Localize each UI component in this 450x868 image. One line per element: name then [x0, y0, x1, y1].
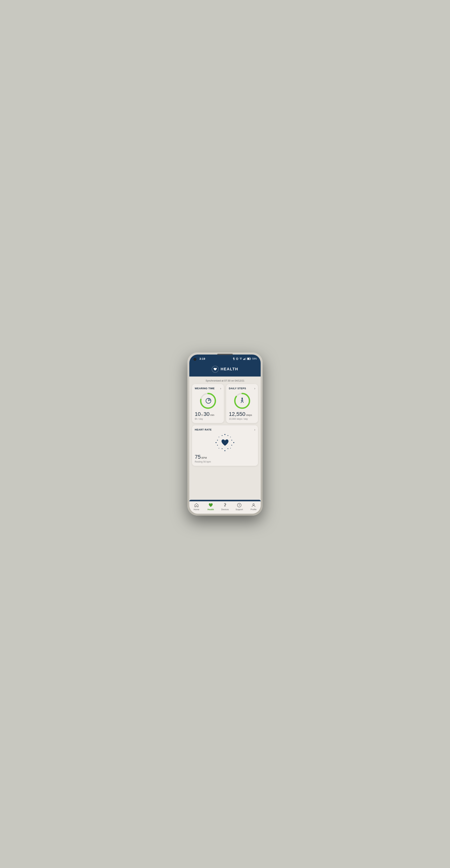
heart-rate-title: HEART RATE — [195, 428, 212, 431]
hearing-aid-icon — [223, 503, 227, 507]
svg-text:?: ? — [238, 504, 240, 507]
wearing-time-icon — [204, 397, 212, 405]
daily-steps-sub: 10,000 steps / day — [229, 417, 255, 420]
daily-steps-unit: steps — [246, 413, 252, 416]
daily-steps-card[interactable]: DAILY STEPS › — [226, 384, 258, 423]
dot-right-down — [231, 445, 232, 445]
dot-top — [224, 434, 225, 435]
wearing-time-minutes: 30 — [203, 411, 210, 417]
home-icon — [194, 503, 199, 507]
nav-label-home: Home — [194, 508, 199, 510]
dot-diag-br — [230, 448, 231, 448]
svg-rect-7 — [246, 358, 246, 360]
dot-top-right — [227, 435, 228, 436]
svg-rect-9 — [251, 359, 251, 359]
nav-label-support: Support — [235, 508, 243, 510]
dot-bottom — [224, 450, 225, 451]
wearing-time-hours: 10 — [195, 411, 201, 417]
heart-rate-metric: 75 BPM — [195, 454, 255, 460]
heart-rate-header: HEART RATE › — [195, 428, 255, 432]
dot-diag-tr — [230, 437, 231, 437]
dot-right — [233, 442, 234, 443]
bottom-nav: Home Health Devices — [189, 501, 261, 514]
health-heart-icon — [208, 503, 213, 507]
daily-steps-title: DAILY STEPS — [229, 387, 246, 390]
svg-line-23 — [241, 402, 242, 403]
svg-point-30 — [253, 504, 254, 505]
app-header: HEALTH — [189, 363, 261, 376]
svg-rect-6 — [245, 358, 246, 360]
wearing-time-circle-container — [195, 392, 221, 409]
heart-rate-visual — [195, 433, 255, 453]
svg-rect-0 — [236, 358, 238, 360]
nav-label-health: Health — [207, 508, 214, 510]
svg-rect-4 — [243, 359, 244, 360]
svg-rect-2 — [238, 358, 238, 359]
bottom-nav-wrapper: Home Health Devices — [189, 500, 261, 514]
stopwatch-icon — [204, 397, 212, 404]
heart-icon — [214, 368, 217, 371]
wearing-time-metric: 10 h 30 min — [195, 411, 221, 417]
vibrate-icon — [236, 358, 238, 360]
nav-label-profile: Profile — [251, 508, 256, 510]
bluetooth-icon — [233, 358, 235, 360]
wearing-time-title: WEARING TIME — [195, 387, 215, 390]
header-title: HEALTH — [221, 367, 238, 371]
cards-grid: WEARING TIME › — [189, 384, 261, 468]
heart-center-icon — [221, 439, 229, 447]
svg-rect-1 — [236, 358, 236, 359]
daily-steps-circle-container — [229, 392, 255, 409]
nav-item-profile[interactable]: Profile — [247, 503, 261, 510]
dot-right-up — [231, 440, 232, 440]
dot-top-left — [222, 435, 223, 436]
heart-rate-unit: BPM — [201, 456, 207, 459]
svg-point-26 — [224, 505, 225, 506]
battery-icon — [247, 358, 251, 360]
status-bar: 3:19 — [189, 354, 261, 363]
nav-item-support[interactable]: ? Support — [232, 503, 247, 510]
camera-hole — [194, 358, 196, 361]
heart-rate-chevron: › — [254, 428, 255, 432]
wearing-time-circle — [199, 392, 217, 409]
signal-icon — [243, 358, 246, 360]
wifi-icon — [239, 358, 242, 360]
phone-screen: 3:19 — [189, 354, 261, 514]
dot-left — [216, 442, 217, 443]
wearing-time-sub: 8h / day — [195, 417, 221, 420]
header-heart-badge — [212, 366, 219, 373]
svg-line-25 — [243, 402, 243, 403]
status-time: 3:19 — [199, 357, 205, 360]
heart-dots-container — [215, 432, 235, 454]
notch — [217, 354, 233, 355]
profile-icon — [251, 503, 256, 507]
svg-rect-5 — [244, 359, 245, 360]
svg-marker-3 — [240, 359, 242, 360]
nav-item-devices[interactable]: Devices — [218, 503, 232, 510]
nav-label-devices: Devices — [221, 508, 229, 510]
dot-diag-bl — [219, 448, 219, 448]
dot-diag-tl — [219, 437, 219, 437]
wearing-time-chevron: › — [220, 387, 221, 390]
daily-steps-icon — [239, 397, 245, 404]
wearing-time-min-unit: min — [210, 413, 214, 416]
heart-fill-icon — [221, 439, 229, 446]
support-icon: ? — [237, 503, 242, 507]
heart-rate-sub: Resting 56 bpm — [195, 460, 255, 463]
svg-rect-10 — [247, 358, 249, 359]
battery-percent: 59% — [252, 358, 257, 360]
dot-left-up — [217, 440, 218, 440]
heart-rate-card[interactable]: HEART RATE › — [192, 425, 258, 466]
nav-item-health[interactable]: Health — [203, 503, 218, 510]
dot-bottom-left — [222, 448, 223, 449]
wearing-time-card[interactable]: WEARING TIME › — [192, 384, 224, 423]
wearing-time-h-unit: h — [201, 413, 203, 416]
walking-person-icon — [239, 397, 245, 404]
nav-item-home[interactable]: Home — [189, 503, 203, 510]
phone-frame: 3:19 — [187, 352, 263, 516]
daily-steps-circle — [233, 392, 251, 409]
heart-rate-value: 75 — [195, 454, 201, 460]
dot-left-down — [217, 445, 218, 445]
daily-steps-chevron: › — [254, 387, 255, 390]
daily-steps-count: 12,550 — [229, 411, 246, 417]
status-icons: 59% — [233, 358, 257, 360]
